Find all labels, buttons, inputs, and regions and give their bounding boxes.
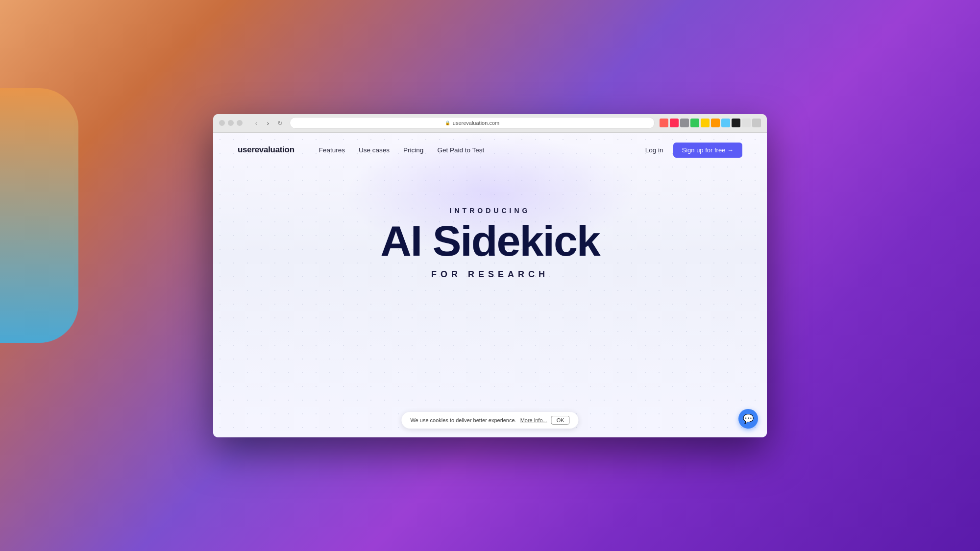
close-button[interactable] <box>219 120 225 126</box>
url-text: userevaluation.com <box>453 120 499 126</box>
login-button[interactable]: Log in <box>645 146 663 154</box>
nav-link-get-paid[interactable]: Get Paid to Test <box>437 146 484 154</box>
chat-button[interactable]: 💬 <box>738 409 758 429</box>
back-button[interactable]: ‹ <box>251 118 261 128</box>
extension-4[interactable] <box>690 119 699 127</box>
hero-section: INTRODUCING AI Sidekick FOR RESEARCH <box>213 168 767 280</box>
extension-1[interactable] <box>660 119 668 127</box>
cookie-bar: We use cookies to deliver better experie… <box>401 412 578 429</box>
extension-3[interactable] <box>680 119 689 127</box>
nav-link-use-cases[interactable]: Use cases <box>359 146 390 154</box>
forward-button[interactable]: › <box>263 118 273 128</box>
hero-title: AI Sidekick <box>380 219 600 263</box>
cookie-more-info-link[interactable]: More info... <box>520 417 547 423</box>
extension-6[interactable] <box>711 119 720 127</box>
cookie-ok-button[interactable]: OK <box>551 416 570 425</box>
nav-actions: Log in Sign up for free → <box>645 143 742 158</box>
extension-8[interactable] <box>732 119 740 127</box>
nav-buttons: ‹ › ↻ <box>251 118 285 128</box>
hero-subtitle: FOR RESEARCH <box>431 269 549 280</box>
browser-window: ‹ › ↻ 🔒 userevaluation.com user <box>213 114 767 437</box>
nav-links: Features Use cases Pricing Get Paid to T… <box>319 146 631 154</box>
extension-9[interactable] <box>742 119 751 127</box>
signup-button[interactable]: Sign up for free → <box>673 143 743 158</box>
extension-2[interactable] <box>670 119 679 127</box>
address-bar[interactable]: 🔒 userevaluation.com <box>290 117 655 129</box>
cookie-message: We use cookies to deliver better experie… <box>410 417 516 423</box>
site-navigation: userevaluation Features Use cases Pricin… <box>213 133 767 168</box>
browser-chrome: ‹ › ↻ 🔒 userevaluation.com <box>213 114 767 133</box>
website-content: userevaluation Features Use cases Pricin… <box>213 133 767 437</box>
nav-link-pricing[interactable]: Pricing <box>403 146 423 154</box>
lock-icon: 🔒 <box>445 120 450 125</box>
window-controls <box>219 120 243 126</box>
nav-link-features[interactable]: Features <box>319 146 345 154</box>
refresh-button[interactable]: ↻ <box>275 118 285 128</box>
extension-5[interactable] <box>701 119 710 127</box>
extension-7[interactable] <box>721 119 730 127</box>
browser-extensions <box>660 119 761 127</box>
maximize-button[interactable] <box>237 120 243 126</box>
chat-icon: 💬 <box>743 413 754 424</box>
hero-introducing-label: INTRODUCING <box>450 207 531 215</box>
extension-10[interactable] <box>752 119 761 127</box>
minimize-button[interactable] <box>228 120 234 126</box>
site-logo[interactable]: userevaluation <box>238 145 294 155</box>
